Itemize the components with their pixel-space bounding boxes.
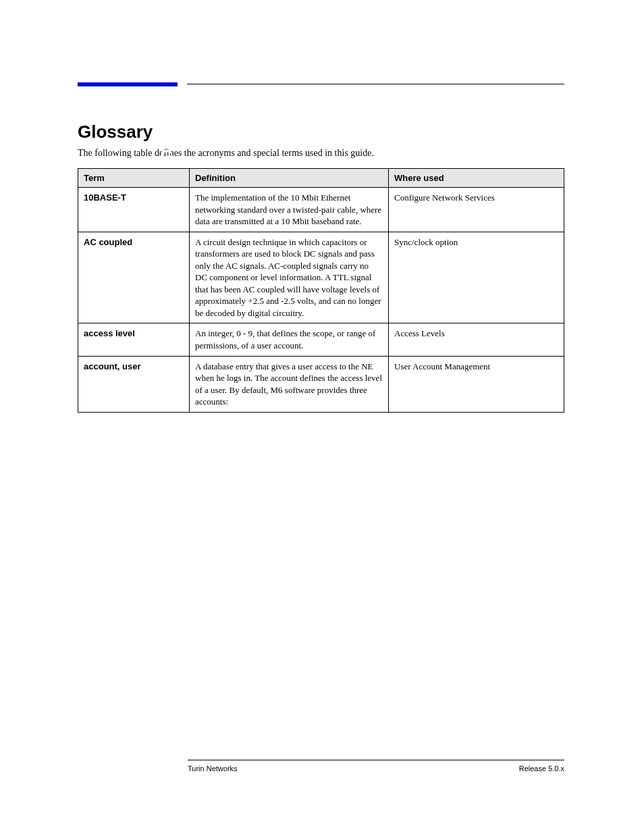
table-row: access level An integer, 0 - 9, that def… (78, 323, 564, 356)
header-gray-rule (187, 84, 564, 84)
page-content: G Glossary The following table defines t… (78, 74, 564, 413)
cell-definition: The implementation of the 10 Mbit Ethern… (190, 188, 389, 232)
cell-where-used: Access Levels (389, 323, 564, 356)
cell-definition: A database entry that gives a user acces… (190, 356, 389, 412)
header-letter: G (157, 146, 176, 167)
table-row: 10BASE-T The implementation of the 10 Mb… (78, 188, 564, 232)
cell-where-used: Configure Network Services (389, 188, 564, 232)
table-row: account, user A database entry that give… (78, 356, 564, 412)
th-definition: Definition (190, 169, 389, 188)
cell-term: AC coupled (78, 232, 190, 323)
glossary-table: Term Definition Where used 10BASE-T The … (78, 168, 564, 413)
table-header-row: Term Definition Where used (78, 169, 564, 188)
page-footer: Turin Networks Release 5.0.x (188, 760, 564, 773)
cell-definition: An integer, 0 - 9, that defines the scop… (190, 323, 389, 356)
cell-term: account, user (78, 356, 190, 412)
section-description: The following table defines the acronyms… (78, 148, 564, 159)
footer-text: Turin Networks Release 5.0.x (188, 764, 564, 773)
th-term: Term (78, 169, 190, 188)
cell-where-used: Sync/clock option (389, 232, 564, 323)
cell-term: access level (78, 323, 190, 356)
table-row: AC coupled A circuit design technique in… (78, 232, 564, 323)
glossary-section: Glossary The following table defines the… (78, 122, 564, 413)
cell-term: 10BASE-T (78, 188, 190, 232)
footer-rule (188, 760, 564, 760)
th-where-used: Where used (389, 169, 564, 188)
footer-left: Turin Networks (188, 764, 238, 773)
cell-where-used: User Account Management (389, 356, 564, 412)
header-rule (78, 74, 564, 95)
header-blue-rule (78, 82, 178, 86)
footer-right: Release 5.0.x (519, 764, 564, 773)
cell-definition: A circuit design technique in which capa… (190, 232, 389, 323)
section-title: Glossary (78, 122, 564, 142)
